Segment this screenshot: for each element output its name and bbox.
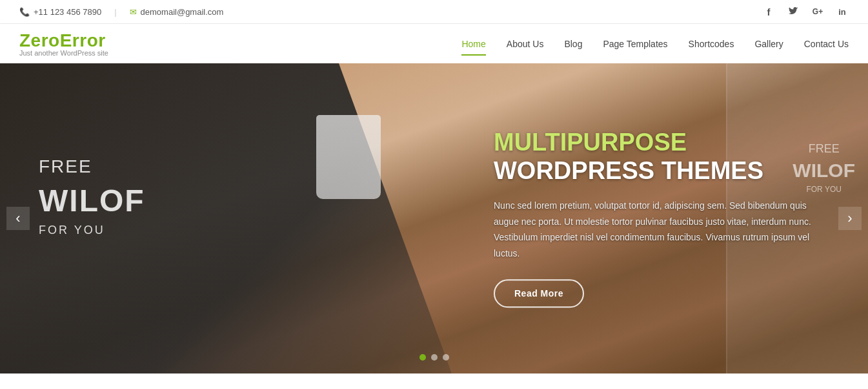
linkedin-icon[interactable]: in (836, 5, 849, 18)
phone-icon: 📞 (19, 7, 30, 17)
logo[interactable]: ZeroError Just another WordPress site (19, 30, 108, 57)
phone-number: +11 123 456 7890 (34, 7, 101, 17)
nav-page-templates[interactable]: Page Templates (603, 34, 667, 54)
topbar: 📞 +11 123 456 7890 | ✉ demomail@gmail.co… (0, 0, 868, 24)
main-nav: Home About Us Blog Page Templates Shortc… (461, 34, 849, 54)
nav-home[interactable]: Home (461, 34, 485, 54)
slider-dot-2[interactable] (431, 354, 438, 361)
email-icon: ✉ (130, 7, 137, 17)
email-address: demomail@gmail.com (141, 7, 224, 17)
topbar-contacts: 📞 +11 123 456 7890 | ✉ demomail@gmail.co… (19, 7, 223, 17)
hero-title-highlight: MULTIPURPOSE (494, 129, 687, 156)
laptop-text-free: FREE (39, 154, 145, 179)
slider-prev-button[interactable]: ‹ (6, 207, 30, 230)
nav-blog[interactable]: Blog (564, 34, 582, 54)
nav-contact[interactable]: Contact Us (804, 34, 849, 54)
divider: | (114, 7, 116, 17)
nav-shortcodes[interactable]: Shortcodes (689, 34, 734, 54)
slider-dot-1[interactable] (419, 354, 426, 361)
logo-name: ZeroError (19, 30, 108, 51)
laptop-screen-text: FREE WILOF FOR YOU (39, 154, 145, 239)
read-more-button[interactable]: Read More (494, 280, 584, 308)
header: ZeroError Just another WordPress site Ho… (0, 24, 868, 63)
laptop-text-wilof: WILOF (39, 179, 145, 222)
hero-body-text: Nunc sed lorem pretium, volutpat tortor … (494, 198, 829, 262)
email-contact: ✉ demomail@gmail.com (130, 7, 224, 17)
hero-title-rest: WORDPRESS THEMES (494, 157, 763, 184)
logo-tagline: Just another WordPress site (19, 49, 108, 57)
nav-about[interactable]: About Us (507, 34, 544, 54)
mug-decoration (316, 115, 381, 199)
laptop-text-foryou: FOR YOU (39, 222, 145, 238)
googleplus-icon[interactable]: G+ (811, 5, 824, 18)
social-links: f G+ in (762, 5, 849, 18)
twitter-icon[interactable] (787, 5, 800, 18)
hero-content: MULTIPURPOSE WORDPRESS THEMES Nunc sed l… (494, 129, 829, 308)
slider-dot-3[interactable] (443, 354, 449, 361)
slider-dots (419, 354, 449, 361)
hero-slider: FREE WILOF FOR YOU FREE WILOF FOR YOU MU… (0, 63, 868, 373)
slider-next-button[interactable]: › (838, 207, 862, 230)
phone-contact: 📞 +11 123 456 7890 (19, 7, 101, 17)
nav-gallery[interactable]: Gallery (754, 34, 783, 54)
hero-title: MULTIPURPOSE WORDPRESS THEMES (494, 129, 829, 185)
facebook-icon[interactable]: f (762, 5, 775, 18)
